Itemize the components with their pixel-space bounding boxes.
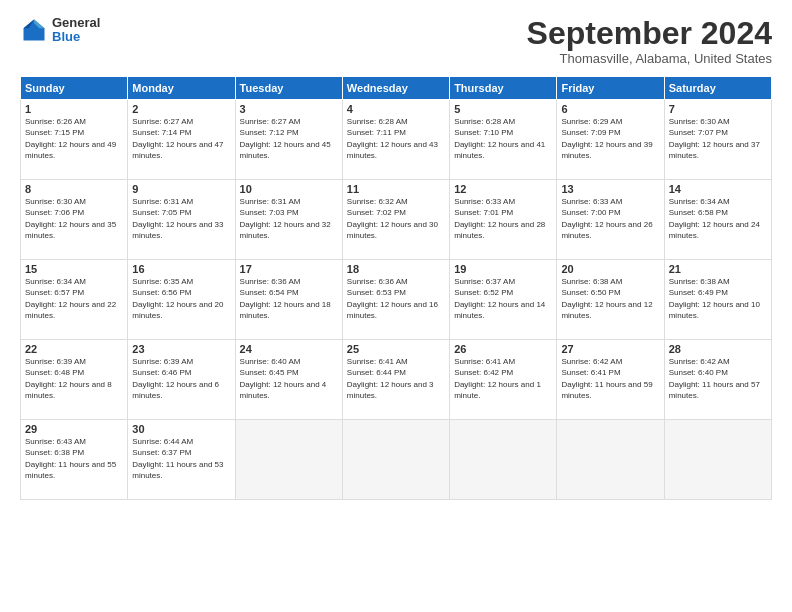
col-sunday: Sunday xyxy=(21,77,128,100)
table-row: 14 Sunrise: 6:34 AM Sunset: 6:58 PM Dayl… xyxy=(664,180,771,260)
table-row: 18 Sunrise: 6:36 AM Sunset: 6:53 PM Dayl… xyxy=(342,260,449,340)
table-row: 8 Sunrise: 6:30 AM Sunset: 7:06 PM Dayli… xyxy=(21,180,128,260)
table-row: 7 Sunrise: 6:30 AM Sunset: 7:07 PM Dayli… xyxy=(664,100,771,180)
col-monday: Monday xyxy=(128,77,235,100)
table-row: 16 Sunrise: 6:35 AM Sunset: 6:56 PM Dayl… xyxy=(128,260,235,340)
table-row: 10 Sunrise: 6:31 AM Sunset: 7:03 PM Dayl… xyxy=(235,180,342,260)
table-row: 19 Sunrise: 6:37 AM Sunset: 6:52 PM Dayl… xyxy=(450,260,557,340)
col-saturday: Saturday xyxy=(664,77,771,100)
header: General Blue September 2024 Thomasville,… xyxy=(20,16,772,66)
calendar-table: Sunday Monday Tuesday Wednesday Thursday… xyxy=(20,76,772,500)
table-row: 20 Sunrise: 6:38 AM Sunset: 6:50 PM Dayl… xyxy=(557,260,664,340)
table-row: 3 Sunrise: 6:27 AM Sunset: 7:12 PM Dayli… xyxy=(235,100,342,180)
calendar-header-row: Sunday Monday Tuesday Wednesday Thursday… xyxy=(21,77,772,100)
table-row: 26 Sunrise: 6:41 AM Sunset: 6:42 PM Dayl… xyxy=(450,340,557,420)
col-wednesday: Wednesday xyxy=(342,77,449,100)
table-row: 17 Sunrise: 6:36 AM Sunset: 6:54 PM Dayl… xyxy=(235,260,342,340)
table-row: 9 Sunrise: 6:31 AM Sunset: 7:05 PM Dayli… xyxy=(128,180,235,260)
table-row xyxy=(235,420,342,500)
table-row: 6 Sunrise: 6:29 AM Sunset: 7:09 PM Dayli… xyxy=(557,100,664,180)
table-row xyxy=(557,420,664,500)
logo-text: General Blue xyxy=(52,16,100,45)
table-row xyxy=(342,420,449,500)
table-row: 15 Sunrise: 6:34 AM Sunset: 6:57 PM Dayl… xyxy=(21,260,128,340)
table-row: 2 Sunrise: 6:27 AM Sunset: 7:14 PM Dayli… xyxy=(128,100,235,180)
table-row: 28 Sunrise: 6:42 AM Sunset: 6:40 PM Dayl… xyxy=(664,340,771,420)
table-row: 12 Sunrise: 6:33 AM Sunset: 7:01 PM Dayl… xyxy=(450,180,557,260)
logo-general: General xyxy=(52,16,100,30)
month-title: September 2024 xyxy=(527,16,772,51)
table-row: 13 Sunrise: 6:33 AM Sunset: 7:00 PM Dayl… xyxy=(557,180,664,260)
table-row: 22 Sunrise: 6:39 AM Sunset: 6:48 PM Dayl… xyxy=(21,340,128,420)
table-row: 4 Sunrise: 6:28 AM Sunset: 7:11 PM Dayli… xyxy=(342,100,449,180)
col-tuesday: Tuesday xyxy=(235,77,342,100)
logo-icon xyxy=(20,16,48,44)
table-row: 30 Sunrise: 6:44 AM Sunset: 6:37 PM Dayl… xyxy=(128,420,235,500)
col-friday: Friday xyxy=(557,77,664,100)
table-row: 11 Sunrise: 6:32 AM Sunset: 7:02 PM Dayl… xyxy=(342,180,449,260)
table-row: 21 Sunrise: 6:38 AM Sunset: 6:49 PM Dayl… xyxy=(664,260,771,340)
table-row: 23 Sunrise: 6:39 AM Sunset: 6:46 PM Dayl… xyxy=(128,340,235,420)
table-row xyxy=(664,420,771,500)
title-block: September 2024 Thomasville, Alabama, Uni… xyxy=(527,16,772,66)
table-row: 24 Sunrise: 6:40 AM Sunset: 6:45 PM Dayl… xyxy=(235,340,342,420)
logo-blue: Blue xyxy=(52,30,100,44)
table-row: 29 Sunrise: 6:43 AM Sunset: 6:38 PM Dayl… xyxy=(21,420,128,500)
location: Thomasville, Alabama, United States xyxy=(527,51,772,66)
table-row: 5 Sunrise: 6:28 AM Sunset: 7:10 PM Dayli… xyxy=(450,100,557,180)
table-row: 25 Sunrise: 6:41 AM Sunset: 6:44 PM Dayl… xyxy=(342,340,449,420)
page: General Blue September 2024 Thomasville,… xyxy=(0,0,792,612)
table-row: 27 Sunrise: 6:42 AM Sunset: 6:41 PM Dayl… xyxy=(557,340,664,420)
col-thursday: Thursday xyxy=(450,77,557,100)
table-row xyxy=(450,420,557,500)
table-row: 1 Sunrise: 6:26 AM Sunset: 7:15 PM Dayli… xyxy=(21,100,128,180)
logo: General Blue xyxy=(20,16,100,45)
